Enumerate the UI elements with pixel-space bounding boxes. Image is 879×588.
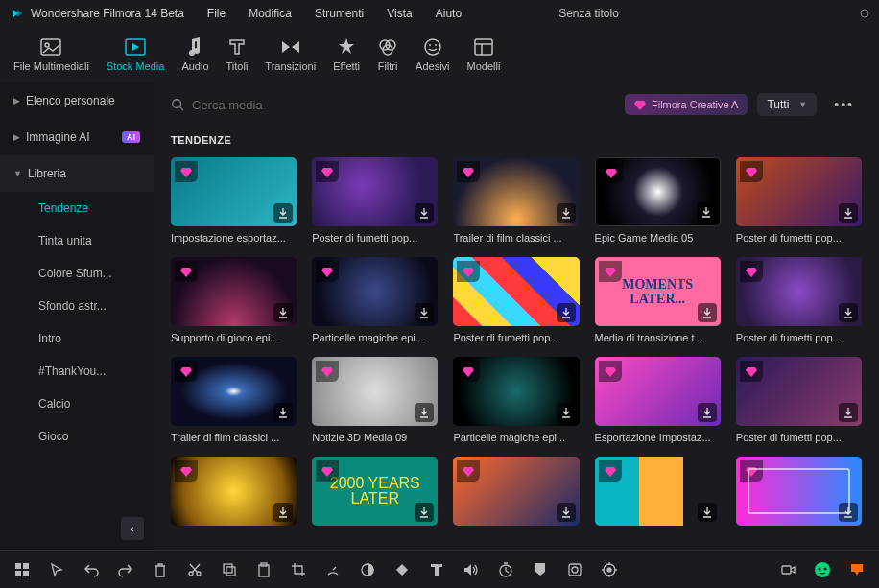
download-button[interactable] [415, 303, 434, 322]
media-card[interactable]: Particelle magiche epi... [312, 257, 438, 343]
media-card[interactable] [171, 457, 297, 526]
menu-edit[interactable]: Modifica [249, 7, 292, 20]
download-button[interactable] [698, 403, 717, 422]
more-options-button[interactable]: ••• [826, 92, 862, 117]
download-button[interactable] [273, 203, 293, 223]
paste-button[interactable] [255, 561, 273, 578]
text-button[interactable] [428, 561, 445, 578]
premium-badge-icon [175, 161, 198, 182]
media-thumbnail [453, 157, 579, 226]
tab-stock-media[interactable]: Stock Media [107, 37, 165, 72]
download-button[interactable] [698, 503, 717, 522]
cursor-button[interactable] [48, 561, 65, 578]
effects-icon [336, 37, 357, 57]
media-card[interactable]: Trailer di film classici ... [171, 357, 297, 443]
sidebar-item-tendenze[interactable]: Tendenze [0, 192, 154, 224]
download-button[interactable] [697, 202, 716, 222]
download-button[interactable] [273, 403, 293, 422]
crop-button[interactable] [290, 561, 307, 578]
tab-label: Filtri [378, 60, 398, 72]
creative-label: Filmora Creative A [652, 99, 738, 110]
tab-media-files[interactable]: File Multimediali [13, 37, 89, 72]
media-card[interactable]: MOMENTS LATER...Media di transizione t..… [595, 257, 721, 343]
tab-transitions[interactable]: Transizioni [265, 37, 316, 72]
sidebar-collapse-button[interactable]: ‹ [121, 517, 144, 540]
download-button[interactable] [557, 303, 576, 322]
sidebar-item-intro[interactable]: Intro [0, 322, 154, 355]
media-card[interactable]: 2000 YEARS LATER [312, 457, 438, 526]
media-card[interactable] [595, 457, 721, 526]
marker-button[interactable] [532, 561, 549, 578]
cut-button[interactable] [186, 561, 203, 578]
download-button[interactable] [415, 203, 434, 223]
media-card[interactable] [453, 457, 579, 526]
download-button[interactable] [557, 503, 576, 522]
sidebar-item-sfondo-astr[interactable]: Sfondo astr... [0, 290, 154, 322]
media-card[interactable]: Impostazione esportaz... [171, 157, 297, 244]
download-button[interactable] [839, 203, 858, 223]
download-button[interactable] [839, 403, 858, 422]
media-card[interactable]: Supporto di gioco epi... [171, 257, 297, 343]
window-control-icon[interactable] [860, 9, 869, 18]
svg-point-21 [197, 572, 201, 576]
copy-button[interactable] [221, 561, 238, 578]
tab-audio[interactable]: Audio [181, 37, 208, 72]
ai-assist-button[interactable] [814, 561, 831, 578]
media-card[interactable]: Esportazione Impostaz... [595, 357, 721, 443]
sidebar-item-thankyou[interactable]: #ThankYou... [0, 355, 154, 388]
chevron-down-icon: ▼ [798, 100, 807, 109]
download-button[interactable] [415, 503, 434, 522]
media-card[interactable]: Poster di fumetti pop... [736, 257, 862, 343]
speed-button[interactable] [324, 561, 342, 578]
sidebar: ▶ Elenco personale ▶ Immagine AI AI ▼ Li… [0, 82, 154, 550]
search-input[interactable]: Cerca media [171, 98, 615, 112]
media-card[interactable]: Poster di fumetti pop... [736, 357, 862, 443]
export-button[interactable] [848, 561, 866, 578]
tab-stickers[interactable]: Adesivi [416, 37, 449, 72]
media-card[interactable]: Epic Game Media 05 [595, 157, 721, 244]
redo-button[interactable] [117, 561, 134, 578]
media-card[interactable]: Poster di fumetti pop... [736, 157, 862, 244]
sidebar-item-colore-sfum[interactable]: Colore Sfum... [0, 257, 154, 290]
undo-button[interactable] [83, 561, 100, 578]
mask-button[interactable] [566, 561, 583, 578]
tab-label: File Multimediali [13, 60, 89, 72]
keyframe-button[interactable] [393, 561, 411, 578]
media-card[interactable]: Poster di fumetti pop... [453, 257, 579, 343]
download-button[interactable] [557, 403, 576, 422]
layout-button[interactable] [13, 561, 31, 578]
tab-templates[interactable]: Modelli [467, 37, 501, 72]
tab-titles[interactable]: Titoli [226, 37, 249, 72]
media-card[interactable] [736, 457, 862, 526]
download-button[interactable] [839, 303, 858, 322]
menu-file[interactable]: File [207, 7, 226, 20]
media-card[interactable]: Notizie 3D Media 09 [312, 357, 438, 443]
download-button[interactable] [273, 503, 293, 522]
record-button[interactable] [779, 561, 796, 578]
download-button[interactable] [415, 403, 434, 422]
delete-button[interactable] [152, 561, 169, 578]
download-button[interactable] [557, 203, 576, 223]
sidebar-section-library[interactable]: ▼ Libreria [0, 155, 154, 192]
svg-rect-18 [15, 571, 21, 576]
audio-button[interactable] [463, 561, 480, 578]
filmora-creative-button[interactable]: Filmora Creative A [625, 94, 748, 115]
sidebar-section-ai-image[interactable]: ▶ Immagine AI AI [0, 119, 154, 155]
media-card[interactable]: Particelle magiche epi... [453, 357, 579, 443]
sidebar-item-tinta-unita[interactable]: Tinta unita [0, 224, 154, 257]
download-button[interactable] [698, 303, 717, 322]
color-button[interactable] [359, 561, 376, 578]
download-button[interactable] [839, 503, 858, 522]
media-card[interactable]: Poster di fumetti pop... [312, 157, 438, 244]
tab-filters[interactable]: Filtri [377, 37, 398, 72]
sidebar-section-personal[interactable]: ▶ Elenco personale [0, 82, 154, 119]
sidebar-item-gioco[interactable]: Gioco [0, 420, 154, 453]
filter-dropdown[interactable]: Tutti ▼ [757, 93, 817, 116]
timer-button[interactable] [497, 561, 514, 578]
tab-effects[interactable]: Effetti [333, 37, 360, 72]
title-bar: Wondershare Filmora 14 Beta File Modific… [0, 0, 879, 27]
tracking-button[interactable] [601, 561, 618, 578]
sidebar-item-calcio[interactable]: Calcio [0, 388, 154, 420]
media-card[interactable]: Trailer di film classici ... [453, 157, 579, 244]
download-button[interactable] [273, 303, 293, 322]
